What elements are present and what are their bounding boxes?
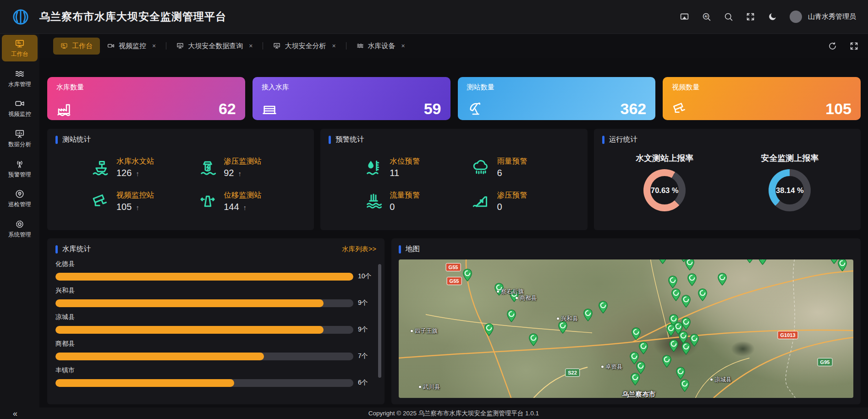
map-marker-pin[interactable] <box>666 324 676 338</box>
avatar[interactable] <box>790 11 802 23</box>
card-title: 水库数量 <box>56 83 236 92</box>
map-marker-pin[interactable] <box>484 323 494 338</box>
stat-card-测站数量[interactable]: 测站数量 362 <box>458 77 656 120</box>
tabbar-actions <box>828 41 859 51</box>
map-marker-pin[interactable] <box>745 259 755 265</box>
panel-title: 地图 <box>406 244 420 254</box>
map-marker-pin[interactable] <box>631 373 640 387</box>
stat-item-视频监控站: 视频监控站105↑ <box>91 190 198 212</box>
bar-track <box>55 273 353 281</box>
stat-item-value: 0 <box>390 202 395 212</box>
map-marker-pin[interactable] <box>583 309 593 323</box>
map-marker-pin[interactable] <box>558 321 568 336</box>
bottom-row: 水库统计 水库列表>> 化德县 10个兴和县 9个凉城县 9个商都县 7个丰镇市… <box>47 238 861 404</box>
map-marker-pin[interactable] <box>463 269 472 283</box>
bar-row-丰镇市: 丰镇市 6个 <box>55 366 376 387</box>
map-marker-pin[interactable] <box>658 259 668 266</box>
gauge-title: 安全监测上报率 <box>761 153 819 164</box>
tab-大坝安全数据查询[interactable]: 大坝安全数据查询× <box>169 38 260 55</box>
sidebar-item-工作台[interactable]: 工作台 <box>2 35 38 61</box>
map-marker-pin[interactable] <box>639 342 648 356</box>
cast-icon[interactable] <box>680 12 689 22</box>
tab-close-icon[interactable]: × <box>332 42 335 50</box>
bar-row-兴和县: 兴和县 9个 <box>55 287 376 307</box>
map-marker-pin[interactable] <box>662 355 672 369</box>
sidebar-item-数据分析[interactable]: 数据分析 <box>2 125 38 152</box>
seepage-warning-icon <box>472 192 490 210</box>
map-marker-pin[interactable] <box>529 333 538 348</box>
dark-mode-icon[interactable] <box>768 12 777 22</box>
map-marker-pin[interactable] <box>671 288 681 303</box>
stat-item-label: 水库水文站 <box>116 156 154 166</box>
tab-水库设备[interactable]: 水库设备× <box>349 38 412 55</box>
trend-up-icon: ↑ <box>136 204 139 211</box>
camera-icon <box>15 99 25 109</box>
tab-视频监控[interactable]: 视频监控× <box>100 38 163 55</box>
station-stats-grid: 水库水文站126↑渗压监测站92↑视频监控站105↑位移监测站144↑ <box>55 144 306 212</box>
scrollbar-thumb[interactable] <box>378 264 381 378</box>
map-marker-pin[interactable] <box>718 273 727 287</box>
map-marker-pin[interactable] <box>838 259 847 273</box>
sidebar-item-视频监控[interactable]: 视频监控 <box>2 95 38 121</box>
refresh-icon[interactable] <box>828 41 837 51</box>
gauge-ring: 70.63 % <box>643 169 686 211</box>
stat-card-水库数量[interactable]: 水库数量 62 <box>47 77 245 120</box>
stat-item-label: 位移监测站 <box>224 190 262 200</box>
bar-category-label: 商都县 <box>55 340 376 348</box>
bar-chart: 化德县 10个兴和县 9个凉城县 9个商都县 7个丰镇市 6个 <box>55 260 376 387</box>
map-marker-pin[interactable] <box>681 295 691 309</box>
card-title: 视频数量 <box>672 83 852 92</box>
bar-fill <box>55 299 324 307</box>
stat-item-label: 水位预警 <box>390 156 420 166</box>
map-marker-pin[interactable] <box>680 379 690 394</box>
map-marker-pin[interactable] <box>681 317 691 332</box>
tabs: 工作台视频监控×大坝安全数据查询×大坝安全分析×水库设备× <box>53 38 412 55</box>
map-marker-pin[interactable] <box>687 273 697 288</box>
station-stats-panel: 测站统计 水库水文站126↑渗压监测站92↑视频监控站105↑位移监测站144↑ <box>47 129 314 230</box>
stat-card-接入水库[interactable]: 接入水库 59 <box>253 77 450 120</box>
trend-up-icon: ↑ <box>238 170 242 177</box>
map-marker-pin[interactable] <box>669 339 679 354</box>
tab-label: 工作台 <box>72 42 93 50</box>
sidebar-item-label: 预警管理 <box>2 171 38 179</box>
expand-icon[interactable] <box>849 41 859 51</box>
map-marker-pin[interactable] <box>758 259 768 267</box>
map-marker-pin[interactable] <box>599 301 608 315</box>
stat-item-value: 126 <box>116 168 132 178</box>
reservoir-list-link[interactable]: 水库列表>> <box>342 245 376 254</box>
search-icon[interactable] <box>724 12 733 22</box>
stat-item-渗压预警: 渗压预警0 <box>472 190 579 212</box>
panels-row: 测站统计 水库水文站126↑渗压监测站92↑视频监控站105↑位移监测站144↑… <box>47 129 861 230</box>
card-value: 62 <box>219 101 236 116</box>
tab-工作台[interactable]: 工作台 <box>53 38 100 55</box>
card-title: 测站数量 <box>467 83 647 92</box>
tab-label: 视频监控 <box>119 42 146 50</box>
card-value: 362 <box>621 101 647 116</box>
tab-separator <box>346 42 346 50</box>
road-badge-G55: G55 <box>447 277 462 285</box>
map-marker-pin[interactable] <box>690 334 699 348</box>
map-marker-pin[interactable] <box>632 327 641 342</box>
tab-大坝安全分析[interactable]: 大坝安全分析× <box>266 38 343 55</box>
sidebar-item-水库管理[interactable]: 水库管理 <box>2 65 38 92</box>
bar-value: 9个 <box>358 325 368 334</box>
map-marker-pin[interactable] <box>685 259 695 272</box>
stat-card-视频数量[interactable]: 视频数量 105 <box>663 77 861 120</box>
tab-close-icon[interactable]: × <box>401 42 405 50</box>
tab-label: 大坝安全数据查询 <box>188 42 243 50</box>
ai-search-icon[interactable]: AI <box>702 12 711 22</box>
camera-icon <box>107 42 115 50</box>
map-marker-pin[interactable] <box>698 288 708 303</box>
tab-close-icon[interactable]: × <box>249 42 253 50</box>
tab-close-icon[interactable]: × <box>152 42 156 50</box>
collapse-sidebar-button[interactable]: « <box>13 409 17 419</box>
map-marker-pin[interactable] <box>507 309 516 324</box>
fullscreen-icon[interactable] <box>746 12 755 22</box>
user-name[interactable]: 山青水秀管理员 <box>808 12 856 21</box>
sidebar-item-巡检管理[interactable]: 巡检管理 <box>2 185 38 212</box>
board-icon <box>15 129 25 139</box>
seepage-station-icon <box>198 158 217 176</box>
map[interactable]: G55G55G1013G95S22四子王旗察右后旗商都县兴和县卓资县武川县凉城县… <box>399 259 853 398</box>
sidebar-item-预警管理[interactable]: 预警管理 <box>2 155 38 182</box>
sidebar-item-系统管理[interactable]: 系统管理 <box>2 215 38 242</box>
